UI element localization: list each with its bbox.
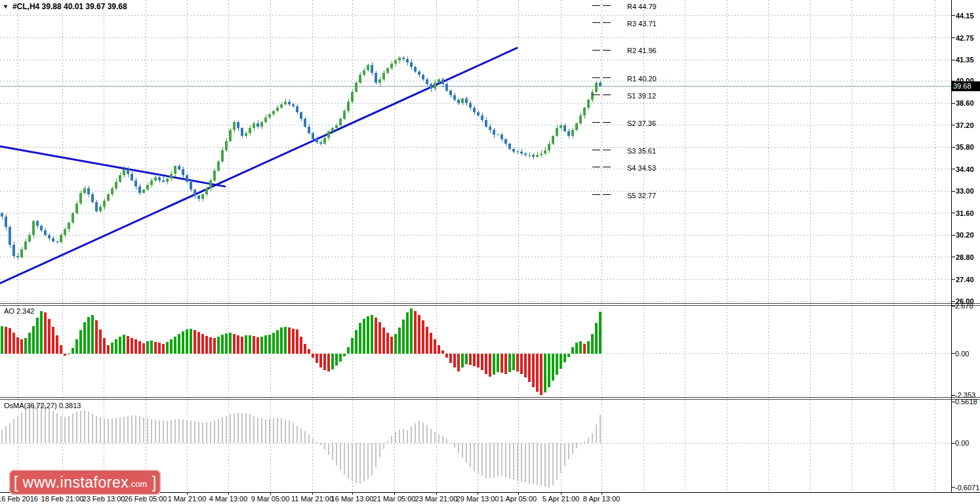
osma-tick-label: -0.6071 (955, 484, 979, 492)
time-tick-label: 23 Feb 13:00 (83, 495, 125, 503)
price-tick-label: 38.60 (956, 99, 974, 107)
osma-tick-label: 0.00 (955, 439, 969, 447)
instaforex-logo: [ www.instaforex .com ] (9, 470, 161, 495)
level-label: S2 37.36 (627, 119, 656, 127)
level-label: S4 34.53 (627, 164, 656, 172)
price-tick-label: 34.40 (956, 165, 974, 173)
time-tick-label: 16 Feb 2016 (0, 495, 38, 503)
logo-close-bracket: ] (152, 473, 156, 492)
osma-tick-label: 0.5618 (955, 398, 977, 406)
ao-tick-label: 0.00 (955, 350, 969, 358)
price-tick-label: 44.15 (956, 12, 974, 20)
logo-domain-text: www.instaforex (23, 474, 129, 492)
time-tick-label: 4 Mar 13:00 (209, 495, 248, 503)
price-tick-label: 28.80 (956, 253, 974, 261)
price-tick-label: 33.00 (956, 187, 974, 195)
level-label: S5 32.77 (627, 192, 656, 200)
time-tick-label: 1 Apr 05:00 (500, 495, 537, 503)
level-label: R4 44.79 (627, 3, 657, 10)
ao-indicator-label: AO 2.342 (4, 307, 34, 315)
price-tick-label: 41.35 (956, 56, 974, 64)
time-tick-label: 8 Apr 13:00 (583, 495, 620, 503)
time-tick-label: 9 Mar 05:00 (251, 495, 290, 503)
logo-tld-text: .com (129, 479, 147, 489)
time-tick-label: 1 Mar 21:00 (168, 495, 207, 503)
symbol-ohlc-text: #CL,H4 39.88 40.01 39.67 39.68 (12, 2, 127, 11)
level-label: S1 39.12 (627, 92, 656, 100)
current-price-badge: 39.68 (951, 81, 980, 91)
price-tick-label: 35.80 (956, 143, 974, 151)
time-tick-label: 21 Mar 05:00 (373, 495, 416, 503)
time-tick-label: 18 Feb 21:00 (41, 495, 84, 503)
level-label: R1 40.20 (627, 75, 657, 83)
dropdown-triangle-icon: ▼ (3, 3, 9, 10)
chart-window: ▼#CL,H4 39.88 40.01 39.67 39.68 AO 2.342… (0, 0, 980, 504)
price-tick-label: 27.40 (956, 276, 974, 284)
time-tick-label: 23 Mar 21:00 (415, 495, 458, 503)
ao-tick-label: 2.678 (955, 302, 973, 310)
price-tick-label: 42.75 (956, 34, 974, 42)
logo-open-bracket: [ (14, 473, 18, 492)
level-label: R2 41.96 (627, 47, 657, 54)
price-tick-label: 30.20 (956, 231, 974, 239)
time-tick-label: 26 Feb 05:00 (125, 495, 167, 503)
level-label: R3 43.71 (627, 20, 657, 28)
time-tick-label: 29 Mar 13:00 (457, 495, 499, 503)
osma-indicator-label: OsMA(36,72,27) 0.3813 (4, 402, 81, 410)
price-tick-label: 31.60 (956, 209, 974, 217)
chart-canvas[interactable] (0, 0, 980, 504)
time-tick-label: 5 Apr 21:00 (542, 495, 579, 503)
time-tick-label: 11 Mar 21:00 (291, 495, 333, 503)
time-tick-label: 16 Mar 13:00 (331, 495, 374, 503)
price-tick-label: 37.20 (956, 121, 974, 129)
level-label: S3 35.61 (627, 147, 656, 155)
chart-title: ▼#CL,H4 39.88 40.01 39.67 39.68 (3, 2, 127, 11)
